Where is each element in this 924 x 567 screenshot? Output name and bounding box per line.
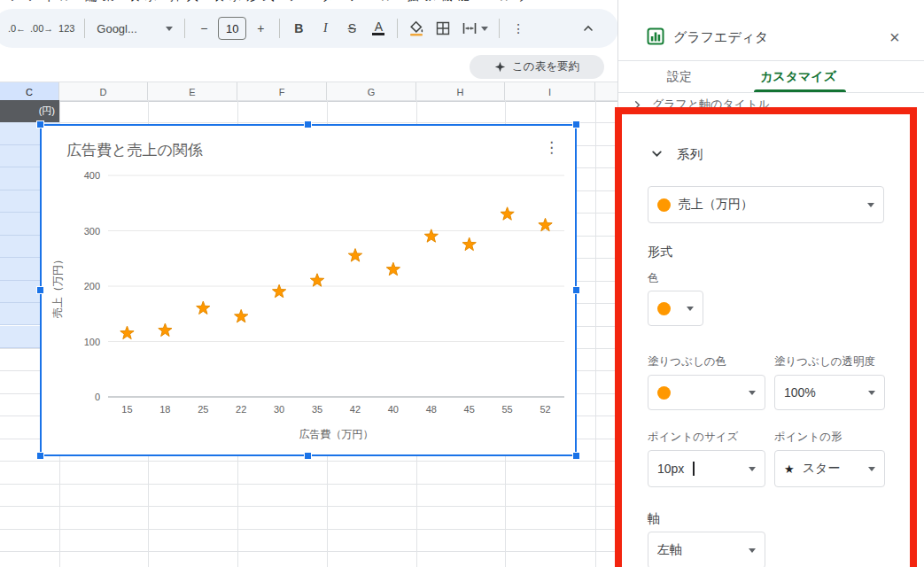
column-header[interactable]: H [416,82,505,101]
resize-handle[interactable] [37,287,43,293]
fill-color-dot [657,386,671,400]
svg-text:25: 25 [198,404,208,415]
chevron-down-icon [868,467,875,471]
more-options-button[interactable]: ⋮ [506,16,531,41]
svg-text:15: 15 [121,404,132,415]
font-family-select[interactable]: Googl... [91,16,178,41]
column-header[interactable]: F [237,82,327,101]
text-color-button[interactable]: A [366,16,391,41]
svg-text:広告費（万円）: 広告費（万円） [299,428,374,440]
text-color-letter: A [375,21,383,32]
fill-opacity-select[interactable]: 100% [774,375,885,410]
borders-button[interactable] [431,16,455,41]
svg-text:400: 400 [84,170,100,181]
sparkle-icon [494,61,506,73]
divider [618,92,924,93]
point-size-input[interactable]: 10px [648,450,765,487]
svg-text:0: 0 [95,392,100,402]
decrease-font-size-button[interactable]: − [191,16,216,41]
column-header[interactable]: I [505,82,595,101]
chevron-down-icon [867,203,874,207]
decrease-decimal-button[interactable]: .0← [5,16,28,41]
fill-opacity-value: 100% [784,385,816,400]
svg-text:45: 45 [464,404,475,415]
close-icon[interactable]: × [884,26,905,50]
svg-text:52: 52 [540,404,550,415]
chart-editor-icon [647,27,664,45]
bold-button[interactable]: B [286,16,311,41]
color-dot [657,302,671,315]
toolbar: .0← .00→ 123 Googl... − 10 + B I S A [0,9,618,48]
tab-setup[interactable]: 設定 [667,69,692,85]
fill-color-label: 塗りつぶしの色 [648,354,726,369]
svg-text:300: 300 [84,226,100,237]
svg-text:200: 200 [84,281,100,291]
axis-section-label: 軸 [648,511,660,527]
chevron-down-icon[interactable] [650,147,664,160]
cell-dark-header[interactable]: (円) [0,100,59,122]
strikethrough-button[interactable]: S [339,16,364,41]
series-select-value: 売上（万円） [679,197,753,213]
axis-select-value: 左軸 [657,542,682,558]
chart[interactable]: 広告費と売上の関係 ⋮ 0100200300400151825223035424… [40,124,577,456]
series-select[interactable]: 売上（万円） [648,186,884,223]
toolbar-divider [499,19,500,38]
fill-opacity-label: 塗りつぶしの透明度 [774,354,875,369]
fill-color-button[interactable] [404,16,429,41]
resize-handle[interactable] [37,453,43,459]
svg-text:18: 18 [159,404,170,415]
resize-handle[interactable] [573,287,579,293]
chevron-down-icon [868,391,875,395]
point-shape-value: スター [803,461,841,477]
chart-menu-button[interactable]: ⋮ [539,136,564,159]
axis-select[interactable]: 左軸 [648,532,765,567]
column-header[interactable]: D [59,82,148,101]
tab-customize[interactable]: カスタマイズ [760,69,836,85]
svg-text:22: 22 [236,404,246,415]
toolbar-divider [84,19,85,38]
chevron-right-icon [632,99,643,111]
point-shape-label: ポイントの形 [774,430,842,445]
paint-bucket-icon [408,20,424,36]
point-size-label: ポイントのサイズ [648,430,738,445]
borders-grid-icon [435,20,451,36]
svg-text:売上（万円）: 売上（万円） [51,254,64,318]
chevron-down-icon [687,307,694,311]
increase-font-size-button[interactable]: + [248,16,273,41]
resize-handle[interactable] [37,121,43,128]
resize-handle[interactable] [305,121,311,128]
merge-cells-button[interactable] [457,16,493,41]
chart-title: 広告費と売上の関係 [66,140,203,160]
chevron-down-icon [749,548,756,553]
number-format-button[interactable]: 123 [55,16,78,41]
svg-text:42: 42 [350,404,361,415]
fill-color-select[interactable] [648,375,765,410]
increase-decimal-button[interactable]: .00→ [30,16,53,41]
divider [618,60,924,61]
svg-text:48: 48 [426,404,437,415]
series-section-header[interactable]: 系列 [677,146,703,163]
text-cursor [693,462,695,476]
section-label: グラフと軸のタイトル [652,97,770,113]
panel-title: グラフエディタ [673,29,768,46]
collapse-toolbar-button[interactable] [576,16,601,41]
resize-handle[interactable] [305,453,311,459]
resize-handle[interactable] [573,121,579,128]
italic-button[interactable]: I [313,16,338,41]
svg-text:55: 55 [502,404,513,415]
point-shape-select[interactable]: ★ スター [774,450,885,487]
line-color-select[interactable] [648,291,703,326]
chevron-down-icon [749,467,756,471]
app-root: ファイル 編集 表示 挿入 表示形式 データ ツール 拡張機能 ヘルプ .0← … [0,0,924,567]
chevron-down-icon [749,391,756,395]
chart-editor-panel: グラフエディタ × 設定 カスタマイズ グラフと軸のタイトル 系列 売上（万円）… [617,0,924,567]
column-header[interactable]: C [0,82,59,101]
summarize-table-chip[interactable]: この表を要約 [470,55,604,79]
column-header[interactable]: G [327,82,416,101]
column-header-row: CDEFGHI [0,82,617,102]
column-header[interactable]: E [148,82,237,101]
font-size-input[interactable]: 10 [218,17,246,40]
section-chart-axis-titles[interactable]: グラフと軸のタイトル [632,97,770,113]
series-color-dot [657,198,671,212]
resize-handle[interactable] [573,453,579,459]
